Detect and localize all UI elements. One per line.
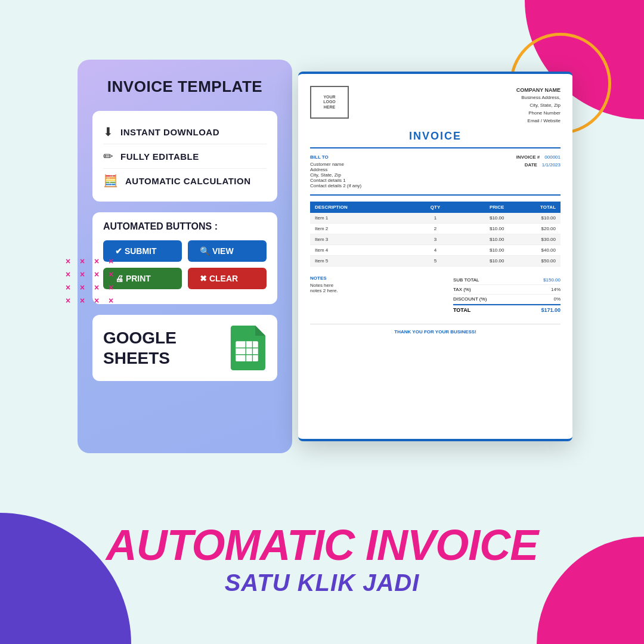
col-header-price: PRICE — [453, 205, 504, 210]
view-button[interactable]: 🔍 VIEW — [188, 240, 267, 262]
item-qty-2: 2 — [418, 226, 453, 231]
company-address: Business Address, — [516, 94, 561, 102]
customer-contact2: Contact details 2 (if any) — [310, 183, 361, 188]
item-price-2: $10.00 — [453, 226, 504, 231]
sheets-text: GOOGLE SHEETS — [103, 328, 177, 368]
customer-name: Customer name — [310, 162, 361, 167]
edit-icon: ✏ — [103, 149, 113, 163]
invoice-meta: BILL TO Customer name Address City, Stat… — [310, 154, 561, 188]
table-row: Item 1 1 $10.00 $10.00 — [310, 213, 561, 224]
item-total-3: $30.00 — [504, 237, 556, 242]
blue-divider-2 — [310, 194, 561, 196]
table-row: Item 2 2 $10.00 $20.00 — [310, 224, 561, 234]
invoice-preview-panel: YOURLOGOHERE COMPANY NAME Business Addre… — [298, 72, 572, 441]
clear-button[interactable]: ✖ CLEAR — [188, 268, 267, 289]
main-container: INVOICE TEMPLATE ⬇ INSTANT DOWNLOAD ✏ FU… — [78, 60, 566, 465]
feature-auto-calc: 🧮 AUTOMATIC CALCULATION — [103, 169, 267, 193]
item-desc-4: Item 4 — [315, 247, 418, 253]
invoice-number-value: 000001 — [544, 154, 561, 160]
thank-you-text: THANK YOU FOR YOUR BUSINESS! — [310, 324, 561, 335]
table-header-row: DESCRIPTION QTY PRICE TOTAL — [310, 202, 561, 213]
item-desc-3: Item 3 — [315, 237, 418, 242]
table-row: Item 5 5 $10.00 $50.00 — [310, 256, 561, 267]
google-text: GOOGLE — [103, 328, 177, 348]
button-row-2: 🖨 PRINT ✖ CLEAR — [103, 268, 267, 289]
totals-section: SUB TOTAL $150.00 TAX (%) 14% DISCOUNT (… — [453, 275, 561, 315]
blue-divider-top — [310, 147, 561, 148]
feature-fully-editable: ✏ FULLY EDITABLE — [103, 144, 267, 168]
discount-row: DISCOUNT (%) 0% — [453, 295, 561, 304]
feature-text-download: INSTANT DOWNLOAD — [120, 127, 219, 137]
subtotal-row: SUB TOTAL $150.00 — [453, 275, 561, 285]
buttons-section-title: AUTOMATED BUTTONS : — [103, 221, 267, 232]
customer-address: Address — [310, 167, 361, 172]
company-phone: Phone Number — [516, 110, 561, 117]
grand-total-label: TOTAL — [453, 307, 470, 313]
company-name: COMPANY NAME — [516, 86, 561, 94]
sheets-text-label: SHEETS — [103, 348, 177, 369]
company-info: COMPANY NAME Business Address, City, Sta… — [516, 86, 561, 125]
logo-box: YOURLOGOHERE — [310, 86, 349, 119]
item-price-3: $10.00 — [453, 237, 504, 242]
panel-title: INVOICE TEMPLATE — [92, 78, 277, 96]
col-header-total: TOTAL — [504, 205, 556, 210]
subtotal-label: SUB TOTAL — [453, 277, 479, 283]
headline-main-text: AUTOMATIC INVOICE — [0, 524, 644, 566]
col-header-qty: QTY — [418, 205, 453, 210]
tax-label: TAX (%) — [453, 287, 471, 292]
invoice-number-row: INVOICE # 000001 — [516, 154, 561, 160]
item-price-5: $10.00 — [453, 258, 504, 264]
company-city: City, State, Zip — [516, 102, 561, 110]
notes-line2: notes 2 here. — [310, 288, 453, 293]
bill-to-label: BILL TO — [310, 154, 361, 160]
button-row-1: ✔ SUBMIT 🔍 VIEW — [103, 240, 267, 262]
notes-line1: Notes here — [310, 283, 453, 288]
item-qty-5: 5 — [418, 258, 453, 264]
buttons-section: AUTOMATED BUTTONS : ✔ SUBMIT 🔍 VIEW 🖨 PR… — [92, 212, 277, 304]
feature-text-calc: AUTOMATIC CALCULATION — [125, 176, 250, 186]
item-total-2: $20.00 — [504, 226, 556, 231]
invoice-date-row: DATE 1/1/2023 — [516, 162, 561, 168]
invoice-title-text: INVOICE — [310, 130, 561, 143]
invoice-footer: NOTES Notes here notes 2 here. SUB TOTAL… — [310, 275, 561, 315]
item-desc-5: Item 5 — [315, 258, 418, 264]
discount-label: DISCOUNT (%) — [453, 296, 487, 302]
item-qty-3: 3 — [418, 237, 453, 242]
discount-value: 0% — [553, 296, 561, 302]
item-total-4: $40.00 — [504, 247, 556, 253]
notes-section: NOTES Notes here notes 2 here. — [310, 275, 453, 315]
feature-instant-download: ⬇ INSTANT DOWNLOAD — [103, 120, 267, 144]
google-sheets-icon — [228, 326, 267, 370]
table-row: Item 4 4 $10.00 $40.00 — [310, 245, 561, 256]
x-marks-grid: × × × × × × × × × × × × × × × × — [66, 256, 119, 305]
feature-list: ⬇ INSTANT DOWNLOAD ✏ FULLY EDITABLE 🧮 AU… — [92, 111, 277, 202]
invoice-table: DESCRIPTION QTY PRICE TOTAL Item 1 1 $10… — [310, 202, 561, 267]
headline-section: AUTOMATIC INVOICE SATU KLIK JADI — [0, 524, 644, 596]
table-row: Item 3 3 $10.00 $30.00 — [310, 234, 561, 245]
item-total-5: $50.00 — [504, 258, 556, 264]
logo-placeholder-text: YOURLOGOHERE — [323, 95, 336, 110]
item-desc-2: Item 2 — [315, 226, 418, 231]
calc-icon: 🧮 — [103, 174, 118, 188]
tax-value: 14% — [551, 287, 561, 292]
customer-contact1: Contact details 1 — [310, 178, 361, 183]
item-qty-4: 4 — [418, 247, 453, 253]
item-price-4: $10.00 — [453, 247, 504, 253]
company-email: Email / Website — [516, 117, 561, 125]
invoice-number-label: INVOICE # — [516, 154, 540, 160]
item-total-1: $10.00 — [504, 215, 556, 221]
grand-total-value: $171.00 — [541, 307, 561, 313]
feature-text-edit: FULLY EDITABLE — [120, 151, 199, 162]
col-header-desc: DESCRIPTION — [315, 205, 418, 210]
invoice-number-section: INVOICE # 000001 DATE 1/1/2023 — [516, 154, 561, 188]
invoice-header: YOURLOGOHERE COMPANY NAME Business Addre… — [310, 86, 561, 125]
date-label: DATE — [525, 162, 537, 168]
tax-row: TAX (%) 14% — [453, 285, 561, 295]
item-qty-1: 1 — [418, 215, 453, 221]
download-icon: ⬇ — [103, 125, 113, 139]
sheets-section: GOOGLE SHEETS — [92, 315, 277, 381]
item-desc-1: Item 1 — [315, 215, 418, 221]
headline-sub-text: SATU KLIK JADI — [0, 569, 644, 596]
item-price-1: $10.00 — [453, 215, 504, 221]
notes-label: NOTES — [310, 275, 453, 281]
